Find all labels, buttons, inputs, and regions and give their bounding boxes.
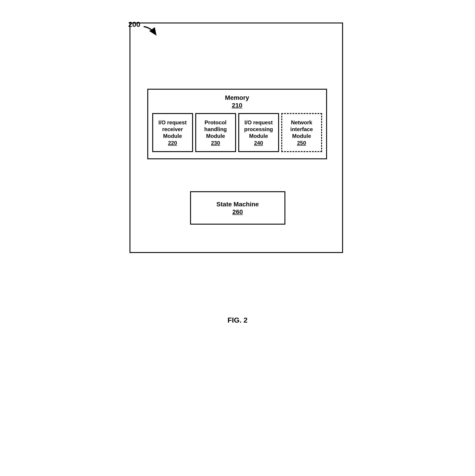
- memory-box: Memory 210 I/O request receiver Module 2…: [147, 89, 327, 159]
- memory-ref-number: 210: [148, 102, 326, 109]
- module-label: Protocol handling Module: [204, 119, 227, 139]
- module-ref-number: 230: [211, 140, 220, 146]
- module-label: I/O request receiver Module: [158, 119, 187, 139]
- network-interface-module: Network interface Module 250: [281, 113, 322, 152]
- diagram-container: 200 Memory 210 I/O request receiver Modu…: [130, 22, 346, 324]
- memory-title: Memory: [148, 94, 326, 102]
- module-label: Network interface Module: [290, 119, 313, 139]
- state-machine-box: State Machine 260: [190, 191, 285, 225]
- system-outer-box: Memory 210 I/O request receiver Module 2…: [130, 22, 343, 253]
- io-request-receiver-module: I/O request receiver Module 220: [152, 113, 193, 152]
- module-ref-number: 250: [297, 140, 306, 146]
- modules-row: I/O request receiver Module 220 Protocol…: [148, 113, 326, 152]
- state-machine-title: State Machine: [217, 200, 259, 208]
- state-machine-ref-number: 260: [232, 208, 243, 216]
- module-ref-number: 240: [254, 140, 263, 146]
- protocol-handling-module: Protocol handling Module 230: [195, 113, 236, 152]
- module-label: I/O request processing Module: [244, 119, 273, 139]
- module-ref-number: 220: [168, 140, 177, 146]
- figure-caption: FIG. 2: [130, 316, 346, 324]
- io-request-processing-module: I/O request processing Module 240: [238, 113, 279, 152]
